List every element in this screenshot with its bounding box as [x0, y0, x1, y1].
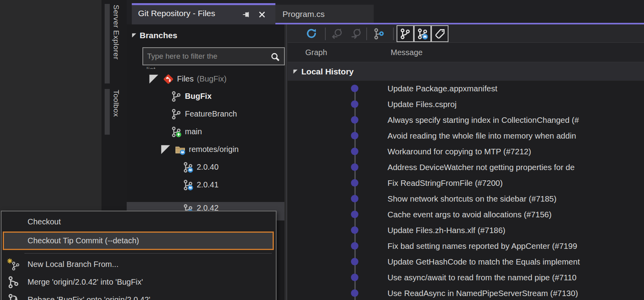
remote-branch-icon: [182, 179, 194, 191]
outgoing-commits-icon[interactable]: [350, 28, 362, 40]
new-branch-icon[interactable]: [373, 28, 385, 40]
section-title: Local History: [301, 67, 354, 76]
commit-node[interactable]: [351, 116, 358, 124]
tab-edge-bar: [105, 4, 110, 83]
rebase-icon: [7, 293, 20, 300]
tree-item-remote-2041[interactable]: 2.0.41: [182, 176, 219, 194]
branch-context-menu: Checkout Checkout Tip Commit (--detach) …: [1, 211, 277, 300]
panel-splitter[interactable]: [286, 24, 287, 300]
commit-node[interactable]: [351, 211, 358, 218]
expander-icon[interactable]: [293, 69, 298, 74]
expander-icon[interactable]: [131, 33, 137, 38]
menu-item-new-local-branch[interactable]: New Local Branch From...: [3, 256, 274, 273]
tag-icon: [434, 28, 446, 40]
toggle-tags-button[interactable]: [431, 25, 448, 42]
current-branch-detail: (BugFix): [197, 74, 227, 83]
branch-icon: [170, 108, 182, 120]
menu-item-merge[interactable]: Merge 'origin/2.0.42' into 'BugFix': [3, 273, 274, 291]
local-history-section[interactable]: Local History: [288, 62, 644, 81]
commit-node[interactable]: [351, 274, 358, 281]
commit-node[interactable]: [351, 132, 358, 139]
remote-branches-icon: [416, 28, 429, 40]
sidebar-tab-toolbox[interactable]: Toolbox: [103, 88, 125, 135]
new-branch-icon: [7, 258, 20, 271]
menu-separator: [24, 253, 272, 254]
sidebar-tab-server-explorer[interactable]: Server Explorer: [103, 3, 125, 84]
branch-tracking-icon: [170, 126, 182, 138]
close-icon[interactable]: [257, 10, 267, 19]
commit-node[interactable]: [351, 179, 358, 187]
tree-item-repo-files[interactable]: Files (BugFix): [148, 70, 227, 88]
commit-node[interactable]: [351, 195, 358, 202]
column-message[interactable]: Message: [391, 48, 423, 57]
commit-row[interactable]: Avoid reading the whole file into memory…: [288, 128, 644, 144]
commit-node[interactable]: [351, 226, 358, 234]
tree-item-branch-bugfix[interactable]: BugFix: [170, 87, 212, 105]
tree-item-branch-featurebranch[interactable]: FeatureBranch: [170, 105, 237, 123]
toolbar-separator: [366, 28, 367, 40]
pin-icon[interactable]: [242, 10, 251, 19]
filter-placeholder-overflow: list: [146, 66, 155, 69]
repository-icon: [162, 73, 174, 85]
tree-item-remote-2040[interactable]: 2.0.40: [182, 158, 219, 176]
menu-item-checkout-tip-commit[interactable]: Checkout Tip Commit (--detach): [3, 231, 274, 250]
toolbar-separator: [393, 28, 394, 40]
commit-row[interactable]: Use ReadAsync in NamedPipeServerStream (…: [288, 285, 644, 300]
history-column-headers: Graph Message: [288, 43, 644, 62]
branch-filter-box: [142, 47, 285, 65]
column-graph[interactable]: Graph: [305, 48, 327, 57]
tab-git-repository[interactable]: Git Repository - Files: [132, 3, 275, 24]
commit-node[interactable]: [351, 163, 358, 171]
refresh-icon[interactable]: [305, 28, 318, 40]
history-toolbar: [288, 24, 644, 43]
commit-row[interactable]: Update Package.appxmanifest: [288, 81, 644, 96]
visual-studio-window: Server Explorer Toolbox Git Repository -…: [0, 0, 644, 300]
active-tab-accent: [132, 3, 275, 5]
commit-node[interactable]: [351, 148, 358, 155]
menu-item-rebase[interactable]: Rebase 'BugFix' onto 'origin/2.0.42': [3, 291, 274, 300]
history-panel: Graph Message Local History Update Packa…: [288, 24, 644, 300]
commit-row[interactable]: Update Files.csproj: [288, 96, 644, 112]
commit-node[interactable]: [351, 242, 358, 250]
expander-icon[interactable]: [160, 144, 172, 156]
incoming-commits-icon[interactable]: [331, 28, 343, 40]
section-title: Branches: [140, 31, 177, 40]
expander-icon[interactable]: [148, 73, 160, 85]
branches-section-header[interactable]: Branches: [131, 28, 177, 43]
merge-icon: [7, 276, 20, 289]
commit-row[interactable]: Fix bad setting names reported by AppCen…: [288, 238, 644, 254]
toolbar-separator: [325, 28, 326, 40]
sidebar-tab-label: Server Explorer: [112, 5, 120, 60]
tree-item-remotes-origin[interactable]: remotes/origin: [160, 141, 239, 158]
branch-filter-input[interactable]: [146, 49, 267, 64]
commit-row[interactable]: Use async/await to read from the named p…: [288, 270, 644, 285]
local-branches-icon: [399, 28, 411, 40]
branch-icon: [170, 91, 182, 102]
commit-row[interactable]: Address DeviceWatcher not getting proper…: [288, 159, 644, 175]
commit-row[interactable]: Always specify starting index in Collect…: [288, 112, 644, 128]
commit-list: Update Package.appxmanifest Update Files…: [288, 81, 644, 300]
menu-item-checkout[interactable]: Checkout: [3, 214, 274, 230]
search-icon[interactable]: [270, 52, 281, 63]
commit-node[interactable]: [351, 258, 358, 265]
remote-branch-icon: [182, 161, 194, 173]
commit-row[interactable]: Update Files.zh-Hans.xlf (#7186): [288, 222, 644, 238]
document-tab-bar: Git Repository - Files Program.cs: [127, 0, 644, 24]
tree-item-branch-main[interactable]: main: [170, 123, 202, 141]
toggle-local-branches-button[interactable]: [397, 25, 414, 42]
tab-title: Git Repository - Files: [138, 9, 215, 18]
commit-row[interactable]: Fix ReadStringFromFile (#7200): [288, 175, 644, 191]
commit-row[interactable]: Update GetHashCode to match the Equals i…: [288, 254, 644, 270]
sidebar-tab-label: Toolbox: [112, 90, 120, 117]
commit-row[interactable]: Cache event args to avoid allocations (#…: [288, 207, 644, 222]
commit-row[interactable]: Show network shortcuts on the sidebar (#…: [288, 191, 644, 207]
tab-title: Program.cs: [282, 9, 325, 19]
commit-row[interactable]: Workaround for copying to MTP (#7212): [288, 144, 644, 159]
tab-program-cs[interactable]: Program.cs: [275, 5, 374, 24]
commit-node[interactable]: [351, 100, 358, 108]
commit-node[interactable]: [351, 289, 358, 297]
tab-edge-bar: [105, 89, 110, 135]
remote-folder-icon: [174, 144, 186, 156]
commit-node[interactable]: [351, 85, 358, 92]
toggle-remote-branches-button[interactable]: [414, 25, 431, 42]
